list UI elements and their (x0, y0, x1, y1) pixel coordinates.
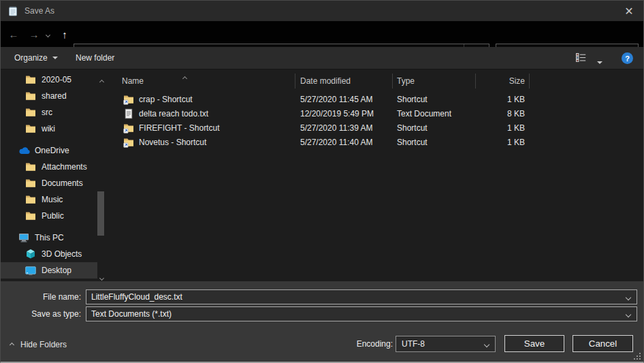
close-icon[interactable]: ✕ (615, 1, 643, 21)
folder-icon (25, 107, 36, 118)
sidebar-item-label: This PC (35, 233, 64, 242)
file-name-input[interactable] (86, 291, 626, 302)
save-as-type-combobox[interactable]: Text Documents (*.txt) (86, 306, 637, 321)
save-button[interactable]: Save (504, 335, 564, 352)
recent-locations-chevron[interactable] (43, 30, 52, 40)
file-row-novetus-shortcut[interactable]: Novetus - Shortcut5/27/2020 11:40 AMShor… (113, 135, 643, 149)
column-headers: Name Date modified Type Size (113, 72, 643, 91)
folder-tree-sidebar: 2020-05sharedsrcwikiOneDriveAttachmentsD… (1, 69, 113, 281)
command-toolbar: Organize New folder ? (1, 47, 643, 69)
sidebar-item-onedrive[interactable]: OneDrive (1, 142, 97, 159)
file-name-label: File name: (1, 292, 81, 302)
sidebar-item-src[interactable]: src (1, 104, 97, 121)
file-date-cell: 5/27/2020 11:40 AM (295, 138, 393, 147)
folder-icon (25, 194, 36, 205)
title-bar: Save As (1, 1, 643, 21)
shortcut-folder-icon (123, 137, 134, 148)
encoding-label: Encoding: (1, 339, 393, 349)
sidebar-item-shared[interactable]: shared (1, 88, 97, 104)
sidebar-item-label: 3D Objects (42, 249, 82, 259)
file-size-cell: 1 KB (476, 138, 530, 147)
chevron-down-icon[interactable] (626, 309, 637, 319)
sidebar-item-music[interactable]: Music (1, 191, 97, 208)
sidebar-scroll-down-icon[interactable] (100, 272, 103, 281)
sidebar-item-2020-05[interactable]: 2020-05 (1, 72, 97, 88)
sidebar-scrollbar-thumb[interactable] (97, 191, 104, 236)
file-name-combobox[interactable] (86, 289, 637, 304)
navigation-bar: ← → ↑ This PC Desktop (1, 21, 643, 47)
view-options-caret-icon[interactable] (597, 57, 602, 66)
file-name-cell: Novetus - Shortcut (113, 137, 295, 148)
sidebar-item-label: Documents (42, 178, 83, 188)
up-button[interactable]: ↑ (57, 26, 73, 42)
file-row-firefight-shortcut[interactable]: FIREFIGHT - Shortcut5/27/2020 11:39 AMSh… (113, 121, 643, 135)
sidebar-item-label: wiki (42, 124, 55, 133)
folder-icon (25, 74, 36, 85)
shortcut-folder-icon (123, 94, 134, 105)
shortcut-folder-icon (123, 123, 134, 133)
organize-caret-icon (52, 57, 58, 59)
window-title: Save As (25, 6, 54, 16)
file-name-cell: delta reach todo.txt (113, 108, 295, 119)
sidebar-item-label: Attachments (42, 162, 87, 172)
sidebar-item-label: 2020-05 (42, 75, 71, 84)
help-icon[interactable]: ? (622, 52, 633, 64)
file-name-cell: crap - Shortcut (113, 94, 295, 105)
footer-panel: File name: Save as type: Text Documents … (1, 281, 643, 362)
file-row-crap-shortcut[interactable]: crap - Shortcut5/27/2020 11:45 AMShortcu… (113, 92, 643, 106)
desktop-icon (25, 266, 36, 275)
column-header-name[interactable]: Name (113, 72, 295, 91)
sidebar-item-documents[interactable]: Documents (1, 175, 97, 191)
encoding-combobox[interactable]: UTF-8 (396, 336, 496, 352)
sort-ascending-icon (183, 73, 187, 82)
file-size-cell: 8 KB (476, 109, 530, 119)
sidebar-item-label: shared (42, 91, 67, 101)
folder-icon (25, 161, 36, 172)
sidebar-item-attachments[interactable]: Attachments (1, 159, 97, 175)
sidebar-item-wiki[interactable]: wiki (1, 121, 97, 137)
sidebar-item-label: Music (42, 195, 63, 204)
organize-button[interactable]: Organize (14, 47, 58, 69)
view-details-icon[interactable] (576, 53, 586, 62)
sidebar-item-label: Public (42, 211, 64, 221)
forward-button[interactable]: → (26, 26, 42, 42)
sidebar-item-this-pc[interactable]: This PC (1, 230, 97, 246)
file-type-cell: Text Document (393, 109, 476, 119)
cube-icon (25, 249, 36, 259)
notepad-icon (7, 5, 18, 16)
file-name-cell: FIREFIGHT - Shortcut (113, 123, 295, 133)
file-type-cell: Shortcut (393, 95, 476, 104)
sidebar-item-label: OneDrive (35, 146, 69, 155)
sidebar-item-label: Desktop (42, 266, 71, 275)
chevron-down-icon[interactable] (626, 292, 637, 302)
file-date-cell: 12/20/2019 5:49 PM (295, 109, 393, 119)
sidebar-item-desktop[interactable]: Desktop (1, 262, 97, 279)
file-row-delta-reach-todo-txt[interactable]: delta reach todo.txt12/20/2019 5:49 PMTe… (113, 106, 643, 121)
sidebar-item-label: src (42, 108, 52, 117)
cancel-button[interactable]: Cancel (573, 335, 633, 352)
file-type-cell: Shortcut (393, 138, 476, 147)
save-as-type-label: Save as type: (1, 309, 81, 319)
file-type-cell: Shortcut (393, 123, 476, 133)
file-date-cell: 5/27/2020 11:45 AM (295, 95, 393, 104)
file-list-pane: Name Date modified Type Size crap - Shor… (113, 69, 643, 281)
folder-icon (25, 91, 36, 101)
sidebar-item-3d-objects[interactable]: 3D Objects (1, 246, 97, 262)
new-folder-button[interactable]: New folder (76, 47, 114, 69)
pc-icon (18, 233, 29, 242)
column-header-date-modified[interactable]: Date modified (295, 72, 393, 91)
column-header-size[interactable]: Size (476, 72, 530, 91)
text-doc-icon (123, 108, 134, 119)
column-header-type[interactable]: Type (393, 72, 476, 91)
folder-icon (25, 178, 36, 189)
file-size-cell: 1 KB (476, 95, 530, 104)
file-size-cell: 1 KB (476, 123, 530, 133)
file-date-cell: 5/27/2020 11:39 AM (295, 123, 393, 133)
main-area: 2020-05sharedsrcwikiOneDriveAttachmentsD… (1, 69, 643, 281)
save-as-dialog: Save As ✕ ← → ↑ This PC Desktop Organize (0, 0, 644, 363)
sidebar-item-public[interactable]: Public (1, 208, 97, 224)
back-button[interactable]: ← (5, 26, 22, 42)
resize-grip[interactable] (633, 352, 641, 360)
chevron-down-icon (485, 339, 495, 349)
sidebar-scroll-up-icon[interactable] (100, 76, 103, 86)
